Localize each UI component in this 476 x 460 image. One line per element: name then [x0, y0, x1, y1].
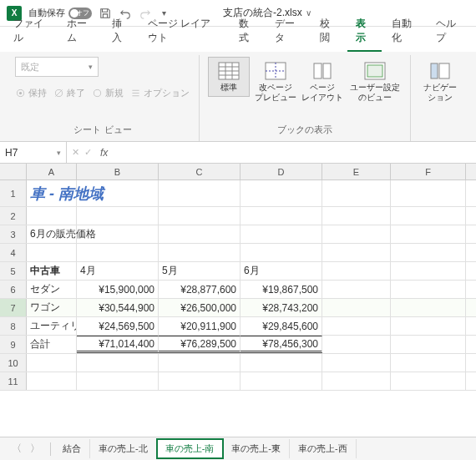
cell-b8[interactable]: ¥24,569,500: [77, 317, 159, 335]
cell[interactable]: [391, 354, 466, 372]
row-header[interactable]: 6: [0, 281, 27, 298]
cell[interactable]: [27, 244, 77, 261]
cell[interactable]: [159, 180, 241, 206]
tab-file[interactable]: ファイル: [5, 12, 57, 52]
tab-view[interactable]: 表示: [347, 12, 382, 52]
cell[interactable]: [159, 207, 241, 225]
sheet-nav-next-icon[interactable]: 〉: [30, 442, 40, 456]
cell-c7[interactable]: ¥26,500,000: [159, 299, 241, 316]
sheet-tab-west[interactable]: 車の売上-西: [290, 439, 357, 458]
cell[interactable]: [77, 244, 159, 261]
cell-a5[interactable]: 中古車: [27, 262, 77, 280]
row-header[interactable]: 4: [0, 244, 27, 261]
tab-insert[interactable]: 挿入: [104, 12, 138, 52]
cell-a1[interactable]: 車 - 南地域: [27, 180, 77, 206]
page-layout-button[interactable]: ページ レイアウト: [301, 57, 343, 107]
cell[interactable]: [77, 225, 159, 243]
tab-pagelayout[interactable]: ページ レイアウト: [139, 12, 229, 52]
cell[interactable]: [241, 180, 322, 206]
cell[interactable]: [391, 262, 466, 280]
fx-icon[interactable]: fx: [97, 142, 111, 163]
tab-help[interactable]: ヘルプ: [428, 12, 471, 52]
row-header[interactable]: 7: [0, 299, 27, 316]
col-header-a[interactable]: A: [27, 164, 77, 179]
cell[interactable]: [391, 336, 466, 353]
cell[interactable]: [241, 225, 322, 243]
cell[interactable]: [322, 336, 391, 353]
tab-formulas[interactable]: 数式: [230, 12, 265, 52]
cell-a8[interactable]: ユーティリ: [27, 317, 77, 335]
cell[interactable]: [27, 207, 77, 225]
cell[interactable]: [391, 372, 466, 390]
cell-d5[interactable]: 6月: [241, 262, 322, 280]
col-header-b[interactable]: B: [77, 164, 159, 179]
cell[interactable]: [322, 225, 391, 243]
navigation-button[interactable]: ナビゲー ション: [419, 57, 461, 107]
select-all-corner[interactable]: [0, 164, 27, 179]
cell-c8[interactable]: ¥20,911,900: [159, 317, 241, 335]
row-header[interactable]: 3: [0, 225, 27, 243]
name-box[interactable]: H7 ▾: [0, 142, 67, 163]
tab-automate[interactable]: 自動化: [383, 12, 427, 52]
cell[interactable]: [77, 207, 159, 225]
cell[interactable]: [322, 372, 391, 390]
cell[interactable]: [391, 225, 466, 243]
cell-b6[interactable]: ¥15,900,000: [77, 281, 159, 298]
row-header[interactable]: 11: [0, 372, 27, 390]
pagebreak-preview-button[interactable]: 改ページ プレビュー: [255, 57, 296, 107]
cell[interactable]: [77, 180, 159, 206]
col-header-c[interactable]: C: [159, 164, 241, 179]
col-header-d[interactable]: D: [241, 164, 322, 179]
cell[interactable]: [391, 180, 466, 206]
row-header[interactable]: 5: [0, 262, 27, 280]
row-header[interactable]: 10: [0, 354, 27, 372]
cell[interactable]: [159, 372, 241, 390]
cell-c6[interactable]: ¥28,877,600: [159, 281, 241, 298]
sheet-tab-north[interactable]: 車の売上-北: [90, 439, 157, 458]
cell-a3[interactable]: 6月の販売価格: [27, 225, 77, 243]
cell-d9[interactable]: ¥78,456,300: [241, 336, 322, 353]
col-header-e[interactable]: E: [322, 164, 391, 179]
cell-d8[interactable]: ¥29,845,600: [241, 317, 322, 335]
cell-d7[interactable]: ¥28,743,200: [241, 299, 322, 316]
cell[interactable]: [322, 244, 391, 261]
cell[interactable]: [159, 354, 241, 372]
sheet-nav-prev-icon[interactable]: 〈: [12, 442, 22, 456]
cell-a9[interactable]: 合計: [27, 336, 77, 353]
toggle-switch-icon[interactable]: オフ: [68, 8, 92, 19]
cell-b5[interactable]: 4月: [77, 262, 159, 280]
cell[interactable]: [241, 244, 322, 261]
cell-c5[interactable]: 5月: [159, 262, 241, 280]
cell[interactable]: [322, 317, 391, 335]
row-header[interactable]: 9: [0, 336, 27, 353]
cell[interactable]: [77, 372, 159, 390]
cell-a7[interactable]: ワゴン: [27, 299, 77, 316]
row-header[interactable]: 2: [0, 207, 27, 225]
cell[interactable]: [241, 372, 322, 390]
cell[interactable]: [391, 299, 466, 316]
cell[interactable]: [159, 225, 241, 243]
sheet-tab-east[interactable]: 車の売上-東: [223, 439, 290, 458]
row-header[interactable]: 8: [0, 317, 27, 335]
tab-review[interactable]: 校閲: [311, 12, 346, 52]
cell-d6[interactable]: ¥19,867,500: [241, 281, 322, 298]
cell[interactable]: [77, 354, 159, 372]
cell-c9[interactable]: ¥76,289,500: [159, 336, 241, 353]
cell[interactable]: [159, 244, 241, 261]
cell-b9[interactable]: ¥71,014,400: [77, 336, 159, 353]
cell[interactable]: [27, 372, 77, 390]
cell[interactable]: [241, 354, 322, 372]
cell[interactable]: [241, 207, 322, 225]
col-header-f[interactable]: F: [391, 164, 466, 179]
cell[interactable]: [322, 354, 391, 372]
cell-a6[interactable]: セダン: [27, 281, 77, 298]
cell[interactable]: [391, 244, 466, 261]
cell[interactable]: [322, 281, 391, 298]
sheet-tab-south[interactable]: 車の売上-南: [157, 439, 224, 458]
chevron-down-icon[interactable]: ▾: [57, 149, 61, 157]
cell[interactable]: [322, 262, 391, 280]
normal-view-button[interactable]: 標準: [208, 57, 250, 97]
cell[interactable]: [322, 299, 391, 316]
cell[interactable]: [322, 180, 391, 206]
custom-views-button[interactable]: ユーザー設定 のビュー: [348, 57, 402, 107]
